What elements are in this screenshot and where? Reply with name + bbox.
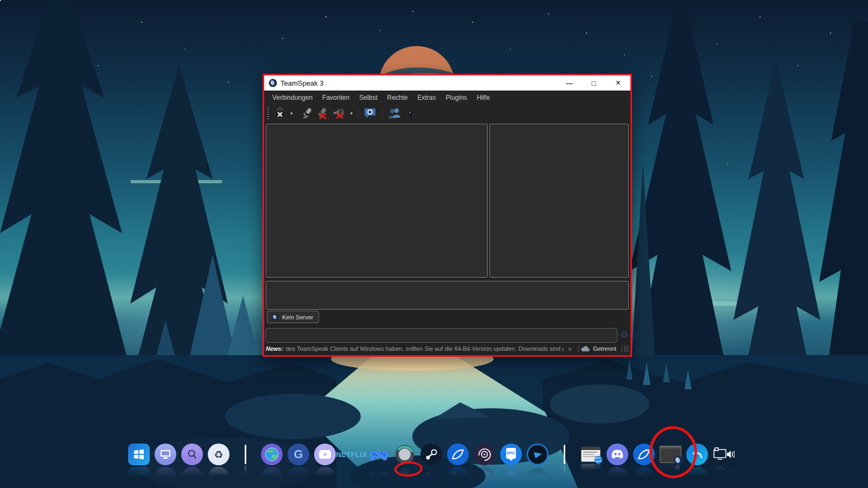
minimize-button[interactable]: — xyxy=(557,75,582,91)
epic-label: EPIC xyxy=(507,451,515,455)
teamspeak-window: TeamSpeak 3 — □ × Verbindungen Favoriten… xyxy=(263,74,632,357)
browser-window-thumb-icon xyxy=(581,447,601,462)
display-audio-icon xyxy=(713,446,735,463)
windows-start-icon xyxy=(128,444,150,465)
menu-rechte[interactable]: Rechte xyxy=(382,92,412,103)
speaker-dropdown[interactable]: ▾ xyxy=(349,106,355,121)
window-title: TeamSpeak 3 xyxy=(280,79,557,87)
wolf-icon xyxy=(405,107,418,120)
steam-icon xyxy=(420,444,442,465)
teamspeak-logo-icon xyxy=(673,455,683,465)
battlenet-icon xyxy=(447,444,469,465)
microphone-muted-icon xyxy=(316,107,329,120)
server-tree-panel[interactable] xyxy=(266,124,488,278)
statusbar-separator xyxy=(622,345,622,352)
connect-dropdown[interactable]: ▾ xyxy=(289,106,295,121)
taskbar-display-audio[interactable] xyxy=(713,444,735,465)
news-ticker[interactable]: des TeamSpeak Clients auf Windows haben,… xyxy=(285,345,563,352)
monitor-icon xyxy=(155,444,176,465)
menu-verbindungen[interactable]: Verbindungen xyxy=(267,92,317,103)
youtube-icon xyxy=(314,444,336,465)
taskbar-start[interactable] xyxy=(128,444,150,465)
taskbar-discord[interactable] xyxy=(607,444,628,465)
log-panel[interactable] xyxy=(266,281,629,310)
maximize-button[interactable]: □ xyxy=(582,75,606,91)
taskbar-game-controller[interactable] xyxy=(367,444,389,465)
server-tab-label: Kein Server xyxy=(282,314,313,320)
menu-selbst[interactable]: Selbst xyxy=(354,92,382,103)
contacts-button[interactable] xyxy=(386,106,403,121)
taskbar-teamspeak[interactable] xyxy=(394,444,416,465)
epic-games-icon: EPIC xyxy=(500,444,522,465)
google-g-icon: G xyxy=(288,444,309,465)
recycle-bin-icon: ♻ xyxy=(208,444,229,465)
taskbar-epic-games[interactable]: EPIC xyxy=(500,444,522,465)
taskbar-ubisoft[interactable] xyxy=(474,444,495,465)
emoji-picker-icon[interactable]: ☺ xyxy=(620,330,629,339)
connect-icon xyxy=(274,107,286,120)
cloud-sync-icon[interactable] xyxy=(581,345,590,352)
globe-overlay-icon xyxy=(594,455,603,464)
taskbar-media-player[interactable] xyxy=(527,444,548,465)
taskbar-battlenet[interactable] xyxy=(447,444,469,465)
away-bubble-icon xyxy=(363,107,377,120)
statusbar-separator xyxy=(578,345,579,352)
search-icon xyxy=(181,444,203,465)
gamepad-icon xyxy=(367,444,389,465)
away-status-button[interactable] xyxy=(361,106,379,121)
taskbar-netflix[interactable]: NETFLIX xyxy=(341,444,362,465)
menu-bar: Verbindungen Favoriten Selbst Rechte Ext… xyxy=(264,91,630,104)
menu-extras[interactable]: Extras xyxy=(413,92,441,103)
taskbar-divider xyxy=(234,444,256,465)
back-arrow-icon xyxy=(686,444,708,465)
microphone-icon xyxy=(301,107,312,120)
menu-hilfe[interactable]: Hilfe xyxy=(472,92,495,103)
taskbar-search[interactable] xyxy=(181,444,203,465)
taskbar-back-arrow[interactable] xyxy=(686,444,708,465)
taskbar-google[interactable]: G xyxy=(288,444,309,465)
battlenet-icon xyxy=(633,444,655,465)
taskbar-divider xyxy=(553,444,575,465)
globe-icon xyxy=(261,444,283,465)
teamspeak-logo-icon xyxy=(271,313,279,321)
ubisoft-icon xyxy=(474,444,495,465)
taskbar-browser[interactable] xyxy=(261,444,283,465)
toolbar-separator xyxy=(358,108,358,119)
connection-status: Getrennt xyxy=(593,345,616,352)
news-close-icon[interactable]: × xyxy=(564,345,577,353)
news-label: News: xyxy=(266,345,283,352)
taskbar-youtube[interactable] xyxy=(314,444,336,465)
netflix-logo: NETFLIX xyxy=(336,451,367,459)
taskbar-show-desktop[interactable] xyxy=(155,444,176,465)
close-button[interactable]: × xyxy=(606,75,630,91)
chat-input[interactable] xyxy=(265,328,617,343)
connect-button[interactable] xyxy=(272,106,288,121)
play-triangle-icon xyxy=(527,444,548,465)
teamspeak-window-thumb-icon xyxy=(660,446,681,463)
server-tab[interactable]: Kein Server xyxy=(267,311,319,323)
toolbar: ▾ ▾ xyxy=(264,104,630,123)
resize-grip[interactable] xyxy=(624,345,629,352)
taskbar-steam[interactable] xyxy=(420,444,442,465)
microphone-button[interactable] xyxy=(299,106,314,121)
toolbar-drag-handle[interactable] xyxy=(267,107,269,119)
teamspeak-dock-icon xyxy=(394,444,416,465)
menu-favoriten[interactable]: Favoriten xyxy=(317,92,354,103)
menu-plugins[interactable]: Plugins xyxy=(441,92,472,103)
status-bar: News: des TeamSpeak Clients auf Windows … xyxy=(264,343,630,354)
speaker-muted-icon xyxy=(332,107,346,120)
taskbar-recycle-bin[interactable]: ♻ xyxy=(208,444,229,465)
info-panel[interactable] xyxy=(489,124,629,278)
taskbar-browser-window[interactable] xyxy=(580,444,602,465)
discord-icon xyxy=(607,444,628,465)
contacts-icon xyxy=(387,107,401,120)
title-bar[interactable]: TeamSpeak 3 — □ × xyxy=(264,75,630,91)
taskbar-battlenet-2[interactable] xyxy=(633,444,655,465)
mute-speakers-button[interactable] xyxy=(330,106,348,121)
phonetic-button[interactable] xyxy=(403,106,419,121)
toolbar-separator xyxy=(382,108,382,119)
dock: ♻ G NETFLIX xyxy=(128,444,735,465)
taskbar-teamspeak-window[interactable] xyxy=(660,444,681,465)
teamspeak-logo-icon xyxy=(269,79,277,87)
mute-microphone-button[interactable] xyxy=(314,106,330,121)
